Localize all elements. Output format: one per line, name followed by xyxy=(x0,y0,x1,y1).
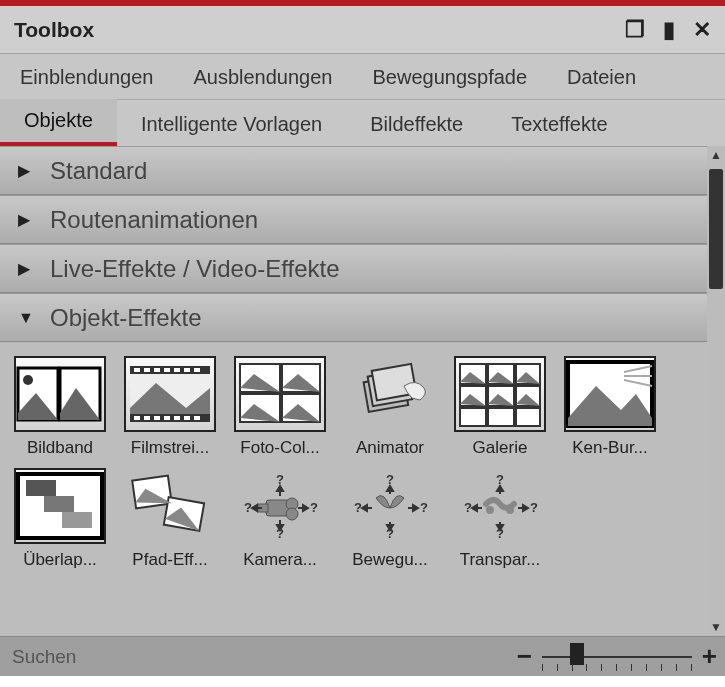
galerie-icon xyxy=(454,356,546,432)
pin-icon[interactable]: ▮ xyxy=(663,17,675,43)
category-header-objekt[interactable]: ▼ Objekt-Effekte xyxy=(0,294,707,342)
item-label: Kamera... xyxy=(232,550,328,570)
svg-text:?: ? xyxy=(420,500,428,515)
kamera-icon: ???? xyxy=(234,468,326,544)
svg-rect-14 xyxy=(154,416,160,420)
zoom-slider[interactable] xyxy=(542,645,692,669)
zoom-out-button[interactable]: − xyxy=(517,641,532,672)
svg-rect-5 xyxy=(134,368,140,372)
svg-rect-13 xyxy=(144,416,150,420)
svg-text:?: ? xyxy=(530,500,538,515)
svg-point-2 xyxy=(23,375,33,385)
pfad-effekt-icon xyxy=(124,468,216,544)
svg-text:?: ? xyxy=(244,500,252,515)
item-pfad-effekt[interactable]: Pfad-Eff... xyxy=(122,468,218,570)
svg-text:?: ? xyxy=(464,500,472,515)
svg-rect-11 xyxy=(194,368,200,372)
category-header-live[interactable]: ▶ Live-Effekte / Video-Effekte xyxy=(0,245,707,293)
svg-marker-70 xyxy=(362,505,367,511)
zoom-controls: − + xyxy=(517,641,717,672)
tab-dateien[interactable]: Dateien xyxy=(547,56,656,99)
scroll-track[interactable] xyxy=(707,164,725,618)
maximize-icon[interactable]: ❐ xyxy=(625,17,645,43)
items-grid: Bildband Filmstrei... Foto-Col... xyxy=(0,342,707,576)
category-standard: ▶ Standard xyxy=(0,146,707,195)
tab-ausblendungen[interactable]: Ausblendungen xyxy=(173,56,352,99)
svg-rect-7 xyxy=(154,368,160,372)
transparenz-icon: ???? xyxy=(454,468,546,544)
svg-rect-32 xyxy=(460,408,486,426)
svg-point-74 xyxy=(506,506,514,514)
zoom-in-button[interactable]: + xyxy=(702,641,717,672)
tab-texteffekte[interactable]: Texteffekte xyxy=(487,103,631,146)
tab-bewegungspfade[interactable]: Bewegungspfade xyxy=(352,56,547,99)
item-animator[interactable]: Animator xyxy=(342,356,438,458)
item-galerie[interactable]: Galerie xyxy=(452,356,548,458)
category-label: Objekt-Effekte xyxy=(50,304,202,332)
tab-row-top: Einblendungen Ausblendungen Bewegungspfa… xyxy=(0,54,725,100)
bildband-icon xyxy=(14,356,106,432)
svg-rect-12 xyxy=(134,416,140,420)
svg-point-47 xyxy=(286,508,298,520)
search-input[interactable] xyxy=(8,642,507,672)
category-label: Live-Effekte / Video-Effekte xyxy=(50,255,340,283)
scroll-thumb[interactable] xyxy=(709,169,723,289)
item-ueberlappung[interactable]: Überlap... xyxy=(12,468,108,570)
item-foto-collage[interactable]: Foto-Col... xyxy=(232,356,328,458)
category-live-effekte: ▶ Live-Effekte / Video-Effekte xyxy=(0,244,707,293)
svg-marker-60 xyxy=(303,505,308,511)
content-wrap: ▶ Standard ▶ Routenanimationen ▶ Live-Ef… xyxy=(0,146,725,636)
item-bewegung[interactable]: ???? Bewegu... xyxy=(342,468,438,570)
item-label: Transpar... xyxy=(452,550,548,570)
chevron-down-icon: ▼ xyxy=(18,309,50,327)
foto-collage-icon xyxy=(234,356,326,432)
item-bildband[interactable]: Bildband xyxy=(12,356,108,458)
chevron-right-icon: ▶ xyxy=(18,161,50,180)
svg-rect-40 xyxy=(26,480,56,496)
item-kamera[interactable]: ???? Kamera... xyxy=(232,468,328,570)
category-label: Routenanimationen xyxy=(50,206,258,234)
tab-objekte[interactable]: Objekte xyxy=(0,99,117,146)
svg-rect-15 xyxy=(164,416,170,420)
item-filmstreifen[interactable]: Filmstrei... xyxy=(122,356,218,458)
titlebar: Toolbox ❐ ▮ ✕ xyxy=(0,6,725,54)
svg-point-73 xyxy=(486,506,494,514)
svg-rect-17 xyxy=(184,416,190,420)
svg-rect-18 xyxy=(194,416,200,420)
scroll-down-icon[interactable]: ▼ xyxy=(710,618,722,636)
footer: − + xyxy=(0,636,725,676)
svg-text:?: ? xyxy=(310,500,318,515)
svg-rect-33 xyxy=(488,408,514,426)
svg-marker-86 xyxy=(523,505,528,511)
item-label: Bewegu... xyxy=(342,550,438,570)
tab-bildeffekte[interactable]: Bildeffekte xyxy=(346,103,487,146)
tab-einblendungen[interactable]: Einblendungen xyxy=(0,56,173,99)
svg-rect-10 xyxy=(184,368,190,372)
item-label: Animator xyxy=(342,438,438,458)
item-label: Galerie xyxy=(452,438,548,458)
toolbox-panel: Toolbox ❐ ▮ ✕ Einblendungen Ausblendunge… xyxy=(0,0,725,676)
svg-rect-41 xyxy=(44,496,74,512)
tab-intelligente-vorlagen[interactable]: Intelligente Vorlagen xyxy=(117,103,346,146)
ueberlappung-icon xyxy=(14,468,106,544)
svg-rect-8 xyxy=(164,368,170,372)
svg-rect-42 xyxy=(62,512,92,528)
svg-rect-16 xyxy=(174,416,180,420)
svg-text:?: ? xyxy=(354,500,362,515)
item-ken-burns[interactable]: Ken-Bur... xyxy=(562,356,658,458)
category-header-standard[interactable]: ▶ Standard xyxy=(0,147,707,195)
ken-burns-icon xyxy=(564,356,656,432)
item-label: Bildband xyxy=(12,438,108,458)
item-label: Filmstrei... xyxy=(122,438,218,458)
slider-ticks xyxy=(542,664,692,671)
item-label: Überlap... xyxy=(12,550,108,570)
category-header-routen[interactable]: ▶ Routenanimationen xyxy=(0,196,707,244)
close-icon[interactable]: ✕ xyxy=(693,17,711,43)
svg-rect-34 xyxy=(516,408,540,426)
scroll-up-icon[interactable]: ▲ xyxy=(710,146,722,164)
vertical-scrollbar[interactable]: ▲ ▼ xyxy=(707,146,725,636)
svg-marker-72 xyxy=(413,505,418,511)
tab-row-bottom: Objekte Intelligente Vorlagen Bildeffekt… xyxy=(0,100,725,146)
item-transparenz[interactable]: ???? Transpar... xyxy=(452,468,548,570)
slider-handle[interactable] xyxy=(570,643,584,665)
